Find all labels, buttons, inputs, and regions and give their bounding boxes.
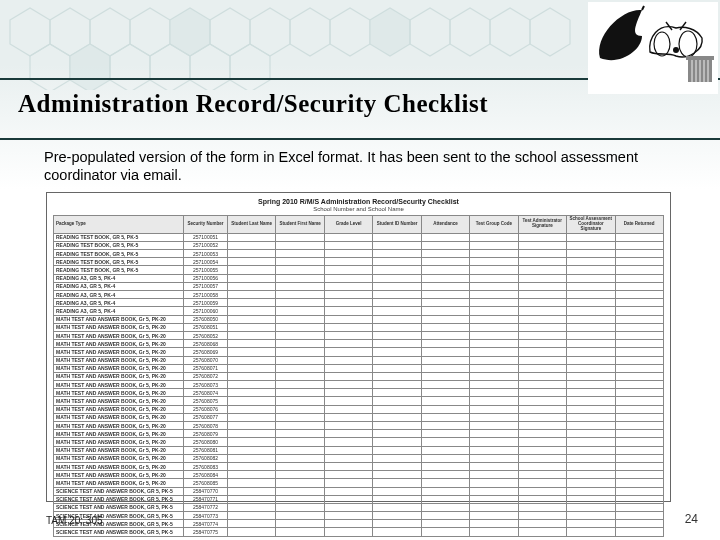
cell-security-number: 257100051 xyxy=(184,233,228,241)
cell-empty xyxy=(373,389,421,397)
cell-security-number: 257608080 xyxy=(184,438,228,446)
table-row: READING TEST BOOK, GR 5, PK-5257100054 xyxy=(54,258,664,266)
cell-empty xyxy=(276,397,324,405)
cell-empty xyxy=(470,503,518,511)
cell-empty xyxy=(373,503,421,511)
cell-empty xyxy=(276,462,324,470)
cell-package-type: MATH TEST AND ANSWER BOOK, Gr 5, PK-20 xyxy=(54,323,184,331)
cell-package-type: MATH TEST AND ANSWER BOOK, Gr 5, PK-20 xyxy=(54,413,184,421)
cell-empty xyxy=(373,520,421,528)
cell-empty xyxy=(276,389,324,397)
table-row: MATH TEST AND ANSWER BOOK, Gr 5, PK-2025… xyxy=(54,397,664,405)
cell-empty xyxy=(421,422,469,430)
cell-empty xyxy=(373,430,421,438)
cell-empty xyxy=(567,233,615,241)
cell-empty xyxy=(373,487,421,495)
cell-package-type: READING TEST BOOK, GR 5, PK-5 xyxy=(54,266,184,274)
cell-empty xyxy=(228,438,276,446)
cell-empty xyxy=(567,405,615,413)
cell-empty xyxy=(373,258,421,266)
cell-empty xyxy=(373,266,421,274)
cell-package-type: MATH TEST AND ANSWER BOOK, Gr 5, PK-20 xyxy=(54,315,184,323)
cell-empty xyxy=(373,479,421,487)
cell-empty xyxy=(421,389,469,397)
cell-empty xyxy=(567,528,615,536)
cell-empty xyxy=(615,495,664,503)
cell-empty xyxy=(615,307,664,315)
table-row: READING A3, GR 5, PK-4257100056 xyxy=(54,274,664,282)
cell-empty xyxy=(470,307,518,315)
cell-empty xyxy=(518,233,566,241)
cell-empty xyxy=(615,282,664,290)
cell-empty xyxy=(276,266,324,274)
cell-empty xyxy=(228,430,276,438)
form-preview: Spring 2010 R/M/S Administration Record/… xyxy=(46,192,671,502)
cell-empty xyxy=(228,413,276,421)
table-row: READING A3, GR 5, PK-4257100058 xyxy=(54,291,664,299)
cell-security-number: 257608079 xyxy=(184,430,228,438)
col-last-name: Student Last Name xyxy=(228,215,276,233)
cell-empty xyxy=(228,528,276,536)
cell-security-number: 258470771 xyxy=(184,495,228,503)
cell-package-type: MATH TEST AND ANSWER BOOK, Gr 5, PK-20 xyxy=(54,356,184,364)
cell-package-type: MATH TEST AND ANSWER BOOK, Gr 5, PK-20 xyxy=(54,430,184,438)
cell-security-number: 258470775 xyxy=(184,528,228,536)
cell-security-number: 257100056 xyxy=(184,274,228,282)
cell-empty xyxy=(421,266,469,274)
cell-empty xyxy=(421,454,469,462)
cell-empty xyxy=(324,331,372,339)
cell-empty xyxy=(228,454,276,462)
cell-empty xyxy=(567,471,615,479)
cell-empty xyxy=(324,471,372,479)
cell-empty xyxy=(373,323,421,331)
cell-empty xyxy=(228,405,276,413)
cell-empty xyxy=(470,364,518,372)
cell-empty xyxy=(324,307,372,315)
col-test-group: Test Group Code xyxy=(470,215,518,233)
table-header-row: Package Type Security Number Student Las… xyxy=(54,215,664,233)
cell-empty xyxy=(228,389,276,397)
col-coord-sig: School Assessment Coordinator Signature xyxy=(567,215,615,233)
cell-empty xyxy=(470,512,518,520)
cell-empty xyxy=(324,438,372,446)
cell-empty xyxy=(324,503,372,511)
cell-empty xyxy=(324,512,372,520)
cell-empty xyxy=(276,528,324,536)
cell-empty xyxy=(567,422,615,430)
cell-security-number: 257100055 xyxy=(184,266,228,274)
table-row: MATH TEST AND ANSWER BOOK, Gr 5, PK-2025… xyxy=(54,462,664,470)
cell-empty xyxy=(373,405,421,413)
cell-empty xyxy=(276,250,324,258)
cell-empty xyxy=(470,356,518,364)
cell-empty xyxy=(276,471,324,479)
cell-security-number: 258470770 xyxy=(184,487,228,495)
cell-empty xyxy=(228,299,276,307)
cell-empty xyxy=(470,323,518,331)
cell-empty xyxy=(324,520,372,528)
cell-empty xyxy=(567,430,615,438)
cell-empty xyxy=(421,356,469,364)
cell-empty xyxy=(470,233,518,241)
cell-empty xyxy=(421,503,469,511)
cell-empty xyxy=(421,364,469,372)
cell-empty xyxy=(324,274,372,282)
cell-package-type: MATH TEST AND ANSWER BOOK, Gr 5, PK-20 xyxy=(54,348,184,356)
table-row: MATH TEST AND ANSWER BOOK, Gr 5, PK-2025… xyxy=(54,381,664,389)
cell-empty xyxy=(470,462,518,470)
cell-package-type: READING TEST BOOK, GR 5, PK-5 xyxy=(54,258,184,266)
cell-empty xyxy=(421,520,469,528)
cell-empty xyxy=(276,291,324,299)
table-row: MATH TEST AND ANSWER BOOK, Gr 5, PK-2025… xyxy=(54,405,664,413)
cell-empty xyxy=(324,405,372,413)
cell-package-type: SCIENCE TEST AND ANSWER BOOK, GR 5, PK-5 xyxy=(54,487,184,495)
cell-package-type: READING TEST BOOK, GR 5, PK-5 xyxy=(54,241,184,249)
cell-empty xyxy=(567,274,615,282)
cell-empty xyxy=(615,438,664,446)
cell-empty xyxy=(421,471,469,479)
cell-empty xyxy=(421,438,469,446)
cell-empty xyxy=(324,389,372,397)
table-row: READING TEST BOOK, GR 5, PK-5257100055 xyxy=(54,266,664,274)
cell-empty xyxy=(615,503,664,511)
cell-package-type: MATH TEST AND ANSWER BOOK, Gr 5, PK-20 xyxy=(54,462,184,470)
cell-empty xyxy=(421,307,469,315)
